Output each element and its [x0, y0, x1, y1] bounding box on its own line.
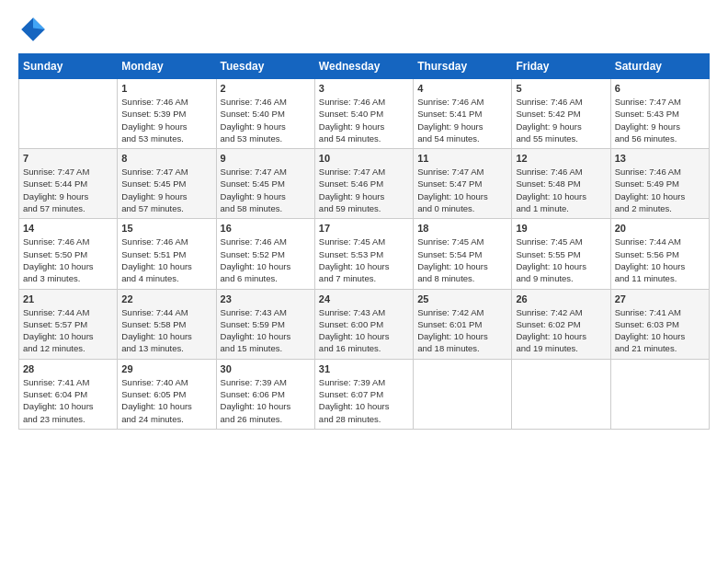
day-number: 15	[121, 223, 211, 234]
day-info: Sunrise: 7:46 AM Sunset: 5:41 PM Dayligh…	[417, 96, 507, 144]
calendar-cell: 13Sunrise: 7:46 AM Sunset: 5:49 PM Dayli…	[610, 149, 709, 219]
day-info: Sunrise: 7:47 AM Sunset: 5:45 PM Dayligh…	[121, 166, 211, 214]
page: SundayMondayTuesdayWednesdayThursdayFrid…	[0, 0, 728, 563]
calendar-cell: 4Sunrise: 7:46 AM Sunset: 5:41 PM Daylig…	[414, 79, 512, 149]
calendar-cell: 21Sunrise: 7:44 AM Sunset: 5:57 PM Dayli…	[19, 289, 118, 359]
calendar-cell: 3Sunrise: 7:46 AM Sunset: 5:40 PM Daylig…	[314, 79, 413, 149]
day-info: Sunrise: 7:46 AM Sunset: 5:50 PM Dayligh…	[23, 236, 113, 284]
header-day-sunday: Sunday	[19, 54, 118, 79]
calendar-cell: 9Sunrise: 7:47 AM Sunset: 5:45 PM Daylig…	[216, 149, 314, 219]
day-info: Sunrise: 7:47 AM Sunset: 5:45 PM Dayligh…	[221, 166, 311, 214]
day-number: 6	[615, 83, 705, 94]
calendar-cell: 17Sunrise: 7:45 AM Sunset: 5:53 PM Dayli…	[314, 219, 413, 289]
header-day-friday: Friday	[512, 54, 610, 79]
day-info: Sunrise: 7:45 AM Sunset: 5:55 PM Dayligh…	[516, 236, 606, 284]
day-number: 5	[516, 83, 606, 94]
logo-icon	[18, 15, 48, 44]
day-info: Sunrise: 7:46 AM Sunset: 5:48 PM Dayligh…	[516, 166, 606, 214]
calendar-cell: 30Sunrise: 7:39 AM Sunset: 6:06 PM Dayli…	[216, 359, 314, 429]
calendar-cell	[512, 359, 610, 429]
day-number: 8	[121, 153, 211, 164]
day-number: 18	[417, 223, 507, 234]
day-number: 10	[319, 153, 409, 164]
day-info: Sunrise: 7:44 AM Sunset: 5:57 PM Dayligh…	[23, 306, 113, 355]
day-info: Sunrise: 7:42 AM Sunset: 6:02 PM Dayligh…	[516, 306, 606, 355]
day-number: 19	[516, 223, 606, 234]
day-info: Sunrise: 7:47 AM Sunset: 5:44 PM Dayligh…	[23, 166, 113, 214]
week-row-0: 1Sunrise: 7:46 AM Sunset: 5:39 PM Daylig…	[19, 79, 710, 149]
day-number: 23	[221, 293, 311, 304]
day-number: 7	[23, 153, 113, 164]
calendar-cell: 7Sunrise: 7:47 AM Sunset: 5:44 PM Daylig…	[19, 149, 118, 219]
day-info: Sunrise: 7:47 AM Sunset: 5:47 PM Dayligh…	[417, 166, 507, 214]
day-number: 20	[615, 223, 705, 234]
day-info: Sunrise: 7:42 AM Sunset: 6:01 PM Dayligh…	[417, 306, 507, 355]
day-number: 26	[516, 293, 606, 304]
calendar-cell: 11Sunrise: 7:47 AM Sunset: 5:47 PM Dayli…	[414, 149, 512, 219]
week-row-1: 7Sunrise: 7:47 AM Sunset: 5:44 PM Daylig…	[19, 149, 710, 219]
day-info: Sunrise: 7:46 AM Sunset: 5:52 PM Dayligh…	[221, 236, 311, 284]
day-info: Sunrise: 7:46 AM Sunset: 5:49 PM Dayligh…	[615, 166, 705, 214]
day-number: 3	[319, 83, 409, 94]
day-number: 22	[121, 293, 211, 304]
day-info: Sunrise: 7:40 AM Sunset: 6:05 PM Dayligh…	[121, 376, 211, 425]
day-info: Sunrise: 7:43 AM Sunset: 5:59 PM Dayligh…	[221, 306, 311, 355]
calendar-cell: 23Sunrise: 7:43 AM Sunset: 5:59 PM Dayli…	[216, 289, 314, 359]
day-number: 13	[615, 153, 705, 164]
calendar-cell: 16Sunrise: 7:46 AM Sunset: 5:52 PM Dayli…	[216, 219, 314, 289]
header-day-saturday: Saturday	[610, 54, 709, 79]
day-info: Sunrise: 7:46 AM Sunset: 5:39 PM Dayligh…	[121, 96, 211, 144]
day-info: Sunrise: 7:44 AM Sunset: 5:58 PM Dayligh…	[121, 306, 211, 355]
day-number: 30	[221, 363, 311, 374]
header-day-monday: Monday	[118, 54, 216, 79]
day-info: Sunrise: 7:39 AM Sunset: 6:06 PM Dayligh…	[221, 376, 311, 425]
calendar-cell: 15Sunrise: 7:46 AM Sunset: 5:51 PM Dayli…	[118, 219, 216, 289]
calendar-cell: 2Sunrise: 7:46 AM Sunset: 5:40 PM Daylig…	[216, 79, 314, 149]
day-number: 31	[319, 363, 409, 374]
calendar-cell: 1Sunrise: 7:46 AM Sunset: 5:39 PM Daylig…	[118, 79, 216, 149]
day-number: 21	[23, 293, 113, 304]
day-number: 17	[319, 223, 409, 234]
header-day-thursday: Thursday	[414, 54, 512, 79]
calendar-cell: 29Sunrise: 7:40 AM Sunset: 6:05 PM Dayli…	[118, 359, 216, 429]
day-info: Sunrise: 7:39 AM Sunset: 6:07 PM Dayligh…	[319, 376, 409, 425]
calendar-cell: 25Sunrise: 7:42 AM Sunset: 6:01 PM Dayli…	[414, 289, 512, 359]
calendar-cell: 24Sunrise: 7:43 AM Sunset: 6:00 PM Dayli…	[314, 289, 413, 359]
day-number: 9	[221, 153, 311, 164]
calendar-cell: 5Sunrise: 7:46 AM Sunset: 5:42 PM Daylig…	[512, 79, 610, 149]
day-info: Sunrise: 7:46 AM Sunset: 5:42 PM Dayligh…	[516, 96, 606, 144]
calendar-cell: 28Sunrise: 7:41 AM Sunset: 6:04 PM Dayli…	[19, 359, 118, 429]
calendar-cell: 6Sunrise: 7:47 AM Sunset: 5:43 PM Daylig…	[610, 79, 709, 149]
day-info: Sunrise: 7:44 AM Sunset: 5:56 PM Dayligh…	[615, 236, 705, 284]
calendar-cell	[610, 359, 709, 429]
week-row-2: 14Sunrise: 7:46 AM Sunset: 5:50 PM Dayli…	[19, 219, 710, 289]
day-number: 29	[121, 363, 211, 374]
day-number: 2	[221, 83, 311, 94]
day-number: 4	[417, 83, 507, 94]
week-row-4: 28Sunrise: 7:41 AM Sunset: 6:04 PM Dayli…	[19, 359, 710, 429]
calendar-cell: 22Sunrise: 7:44 AM Sunset: 5:58 PM Dayli…	[118, 289, 216, 359]
calendar-cell: 19Sunrise: 7:45 AM Sunset: 5:55 PM Dayli…	[512, 219, 610, 289]
day-number: 1	[121, 83, 211, 94]
svg-marker-1	[33, 17, 45, 29]
day-info: Sunrise: 7:47 AM Sunset: 5:43 PM Dayligh…	[615, 96, 705, 144]
calendar-cell: 14Sunrise: 7:46 AM Sunset: 5:50 PM Dayli…	[19, 219, 118, 289]
header	[18, 15, 710, 44]
header-day-tuesday: Tuesday	[216, 54, 314, 79]
day-number: 28	[23, 363, 113, 374]
day-number: 12	[516, 153, 606, 164]
calendar-cell: 18Sunrise: 7:45 AM Sunset: 5:54 PM Dayli…	[414, 219, 512, 289]
calendar-cell	[19, 79, 118, 149]
day-info: Sunrise: 7:46 AM Sunset: 5:40 PM Dayligh…	[319, 96, 409, 144]
day-info: Sunrise: 7:41 AM Sunset: 6:03 PM Dayligh…	[615, 306, 705, 355]
calendar-cell: 20Sunrise: 7:44 AM Sunset: 5:56 PM Dayli…	[610, 219, 709, 289]
day-info: Sunrise: 7:45 AM Sunset: 5:53 PM Dayligh…	[319, 236, 409, 284]
calendar-cell: 26Sunrise: 7:42 AM Sunset: 6:02 PM Dayli…	[512, 289, 610, 359]
calendar-cell: 12Sunrise: 7:46 AM Sunset: 5:48 PM Dayli…	[512, 149, 610, 219]
day-info: Sunrise: 7:43 AM Sunset: 6:00 PM Dayligh…	[319, 306, 409, 355]
day-number: 11	[417, 153, 507, 164]
day-info: Sunrise: 7:46 AM Sunset: 5:40 PM Dayligh…	[221, 96, 311, 144]
calendar-cell: 8Sunrise: 7:47 AM Sunset: 5:45 PM Daylig…	[118, 149, 216, 219]
calendar-cell: 27Sunrise: 7:41 AM Sunset: 6:03 PM Dayli…	[610, 289, 709, 359]
week-row-3: 21Sunrise: 7:44 AM Sunset: 5:57 PM Dayli…	[19, 289, 710, 359]
